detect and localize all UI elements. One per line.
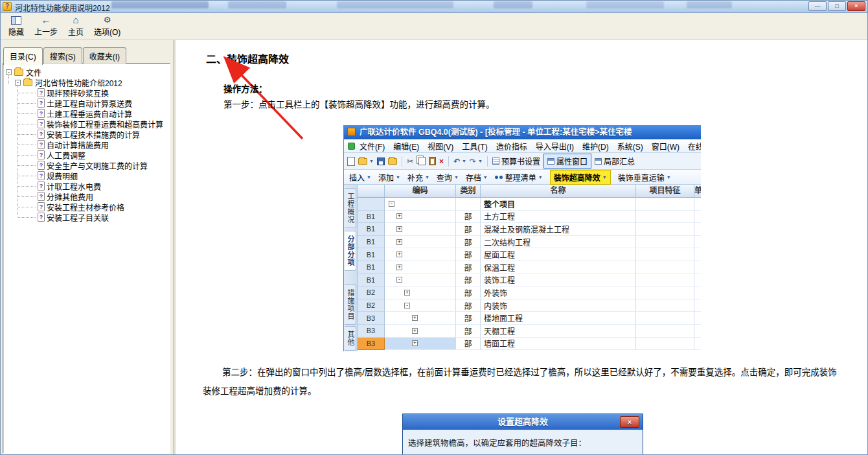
code-cell: +	[385, 236, 456, 249]
gbq-ribbon-item: 存档 ▼	[466, 172, 488, 183]
name-cell: 混凝土及钢筋混凝土工程	[481, 223, 636, 236]
tree-topic-label: 人工费调整	[47, 150, 86, 161]
chevron-down-icon: ▼	[369, 159, 374, 163]
name-cell: 二次结构工程	[481, 236, 636, 249]
nav-tab[interactable]: 目录(C)	[3, 47, 43, 65]
tree-topic-label: 分摊其他费用	[47, 191, 93, 202]
gbq-grid-row: B1+部屋面工程	[358, 248, 701, 261]
tree-topic-item[interactable]: ? 自动计算措施费用	[3, 139, 170, 150]
gbq-doc-icon	[348, 143, 355, 150]
help-topic-icon: ?	[38, 192, 45, 201]
gbq-toolbar: ▼ ✂ × ↶▼ ↷▼ 预算书设置 属性窗口 局部汇总	[344, 153, 701, 170]
close-button[interactable]: ×	[847, 1, 865, 11]
expand-icon: +	[396, 251, 402, 257]
titlebar: ? 河北特性功能使用说明2012 — □ ×	[0, 0, 868, 13]
name-cell: 装饰工程	[481, 274, 636, 287]
feature-cell	[636, 223, 694, 236]
minimize-button[interactable]: —	[808, 1, 827, 11]
cut-icon: ✂	[407, 158, 413, 165]
category-cell: 部	[456, 261, 481, 274]
redo-icon: ↷	[470, 158, 476, 165]
tree-topic-item[interactable]: ? 装饰装修工程垂运费和超高费计算	[3, 119, 170, 129]
window-icon	[595, 158, 602, 165]
navigation-pane: 目录(C) 搜索(S) 收藏夹(I) - 文件 - 河北省特性功能介绍2012 …	[0, 40, 174, 455]
maximize-button[interactable]: □	[828, 1, 846, 11]
help-topic-icon: ?	[38, 109, 45, 118]
options-button[interactable]: ⚙ 选项(O)	[91, 14, 124, 39]
unit-cell	[694, 286, 701, 299]
gbq-ribbon-label: 整理清单	[505, 172, 536, 183]
partial-summary-label: 局部汇总	[604, 156, 635, 167]
nav-tab[interactable]: 收藏夹(I)	[83, 47, 126, 64]
topic-content: 二、装饰超高降效 操作方法： 第一步：点击工具栏上的【装饰超高降效】功能，进行超…	[176, 40, 868, 455]
gbq-ribbon-label: 查询	[437, 172, 452, 183]
help-topic-icon: ?	[38, 88, 45, 97]
code-cell: +	[385, 223, 456, 236]
chevron-down-icon: ▼	[478, 159, 483, 163]
gbq-ribbon-item: 查询 ▼	[437, 172, 459, 183]
help-topic-icon: ?	[38, 181, 45, 191]
contents-tree: - 文件 - 河北省特性功能介绍2012 ? 现拌预拌砂浆互换 ? 土建工程自动	[3, 63, 170, 454]
header-feature: 项目特征	[636, 185, 694, 198]
toolbar-separator	[402, 156, 402, 167]
background-window-fragment	[228, 1, 286, 8]
tree-topic-item[interactable]: ? 安装工程技术措施费的计算	[3, 129, 170, 139]
tree-connector	[18, 145, 36, 145]
collapse-icon: -	[404, 303, 410, 309]
help-topic-icon: ?	[38, 161, 45, 170]
chevron-down-icon: ▼	[462, 159, 466, 163]
tree-item-root[interactable]: - 文件	[3, 67, 170, 77]
tree-topic-item[interactable]: ? 安全生产与文明施工费的计算	[3, 160, 170, 170]
gbq-grid-header: 编码 类别 名称 项目特征 单	[358, 185, 701, 198]
tree-topic-label: 安装工程技术措施费的计算	[47, 129, 140, 140]
background-window-fragment	[337, 1, 453, 8]
feature-cell	[636, 299, 694, 312]
property-window-toggle: 属性窗口	[543, 154, 591, 169]
unit-cell	[694, 198, 701, 211]
tree-topic-item[interactable]: ? 土建工程自动计算泵送费	[3, 98, 170, 108]
chevron-down-icon: ▼	[483, 175, 488, 180]
hide-button[interactable]: 隐藏	[3, 14, 30, 39]
step2-text: 第二步：在弹出的窗口中列出了檐高/层数选择框，在前面计算垂运费时已经选择过了檐高…	[203, 363, 845, 401]
back-button[interactable]: ← 上一步	[31, 14, 61, 39]
home-button[interactable]: ⌂ 主页	[62, 14, 89, 39]
tree-topic-item[interactable]: ? 人工费调整	[3, 150, 170, 160]
category-cell: 部	[456, 223, 481, 236]
gbq-ribbon-item: 添加 ▼	[378, 172, 400, 183]
tree-topic-item[interactable]: ? 分摊其他费用	[3, 191, 170, 202]
feature-cell	[636, 261, 694, 274]
code-cell: -	[385, 274, 456, 287]
tree-topic-item[interactable]: ? 计取工程水电费	[3, 181, 170, 191]
help-topic-icon: ?	[38, 171, 45, 180]
gbq-ribbon-item: 整理清单 ▼	[495, 172, 543, 183]
budget-settings-button: 预算书设置	[492, 156, 540, 167]
help-toolbar: 隐藏 ← 上一步 ⌂ 主页 ⚙ 选项(O)	[0, 13, 868, 40]
gbq-side-tab: 措施项目	[345, 285, 356, 325]
tree-topic-item[interactable]: ? 规费明细	[3, 170, 170, 181]
dialog-titlebar: 设置超高降效 ×	[403, 414, 643, 430]
tree-topic-item[interactable]: ? 现拌预拌砂浆互换	[3, 88, 170, 98]
header-code: 编码	[385, 185, 456, 198]
feature-cell	[636, 286, 694, 299]
home-label: 主页	[68, 26, 84, 37]
step1-text: 第一步：点击工具栏上的【装饰超高降效】功能，进行超高费的计算。	[223, 97, 495, 110]
chevron-down-icon: ▼	[454, 175, 459, 180]
row-header-cell: B1	[358, 223, 385, 236]
collapse-icon[interactable]: -	[6, 69, 12, 75]
expand-icon: +	[396, 264, 402, 270]
tree-topic-item[interactable]: ? 安装工程主材参考价格	[3, 202, 170, 212]
expand-icon: +	[396, 213, 402, 219]
nav-tab[interactable]: 搜索(S)	[43, 47, 82, 64]
method-label: 操作方法：	[223, 82, 268, 95]
tree-topic-item[interactable]: ? 安装工程子目关联	[3, 212, 170, 222]
collapse-icon[interactable]: -	[15, 80, 21, 86]
gbq-menubar: 文件(F)编辑(E)视图(V)工具(T)造价指标导入导出(I)维护(D)系统(S…	[344, 139, 701, 153]
unit-cell	[694, 236, 701, 249]
tree-item-book[interactable]: - 河北省特性功能介绍2012	[3, 77, 170, 88]
delete-icon: ×	[439, 158, 444, 165]
chevron-down-icon: ▼	[667, 175, 671, 180]
undo-button: ↶▼	[453, 158, 466, 165]
tree-topic-item[interactable]: ? 土建工程垂运费自动计算	[3, 108, 170, 119]
collapse-icon: -	[389, 201, 394, 207]
help-topic-icon: ?	[38, 150, 45, 159]
